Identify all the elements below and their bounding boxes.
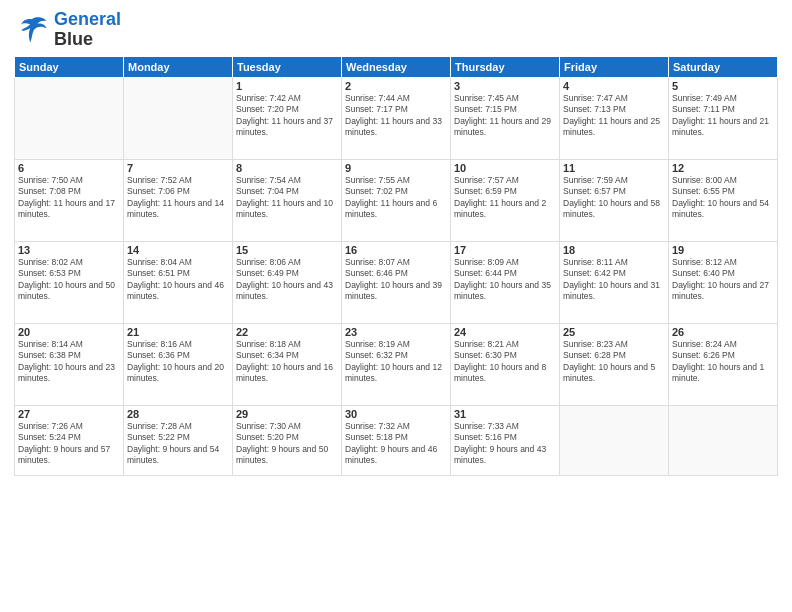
- calendar-cell: 20Sunrise: 8:14 AMSunset: 6:38 PMDayligh…: [15, 323, 124, 405]
- day-number: 30: [345, 408, 447, 420]
- day-info: Sunrise: 7:59 AMSunset: 6:57 PMDaylight:…: [563, 175, 665, 221]
- calendar-cell: 18Sunrise: 8:11 AMSunset: 6:42 PMDayligh…: [560, 241, 669, 323]
- calendar-cell: 16Sunrise: 8:07 AMSunset: 6:46 PMDayligh…: [342, 241, 451, 323]
- day-number: 25: [563, 326, 665, 338]
- day-info: Sunrise: 8:23 AMSunset: 6:28 PMDaylight:…: [563, 339, 665, 385]
- day-info: Sunrise: 7:30 AMSunset: 5:20 PMDaylight:…: [236, 421, 338, 467]
- calendar-cell: 5Sunrise: 7:49 AMSunset: 7:11 PMDaylight…: [669, 77, 778, 159]
- day-number: 27: [18, 408, 120, 420]
- calendar-week-row: 27Sunrise: 7:26 AMSunset: 5:24 PMDayligh…: [15, 405, 778, 475]
- day-info: Sunrise: 7:49 AMSunset: 7:11 PMDaylight:…: [672, 93, 774, 139]
- calendar-week-row: 6Sunrise: 7:50 AMSunset: 7:08 PMDaylight…: [15, 159, 778, 241]
- day-info: Sunrise: 7:57 AMSunset: 6:59 PMDaylight:…: [454, 175, 556, 221]
- day-number: 3: [454, 80, 556, 92]
- calendar-cell: [124, 77, 233, 159]
- calendar-cell: 29Sunrise: 7:30 AMSunset: 5:20 PMDayligh…: [233, 405, 342, 475]
- day-number: 7: [127, 162, 229, 174]
- day-number: 5: [672, 80, 774, 92]
- day-number: 16: [345, 244, 447, 256]
- calendar-cell: [669, 405, 778, 475]
- day-number: 26: [672, 326, 774, 338]
- calendar-week-row: 20Sunrise: 8:14 AMSunset: 6:38 PMDayligh…: [15, 323, 778, 405]
- day-number: 23: [345, 326, 447, 338]
- calendar-cell: 27Sunrise: 7:26 AMSunset: 5:24 PMDayligh…: [15, 405, 124, 475]
- calendar-cell: 15Sunrise: 8:06 AMSunset: 6:49 PMDayligh…: [233, 241, 342, 323]
- day-number: 2: [345, 80, 447, 92]
- day-info: Sunrise: 7:45 AMSunset: 7:15 PMDaylight:…: [454, 93, 556, 139]
- day-info: Sunrise: 8:12 AMSunset: 6:40 PMDaylight:…: [672, 257, 774, 303]
- calendar-cell: 10Sunrise: 7:57 AMSunset: 6:59 PMDayligh…: [451, 159, 560, 241]
- calendar-header-row: SundayMondayTuesdayWednesdayThursdayFrid…: [15, 56, 778, 77]
- day-info: Sunrise: 8:09 AMSunset: 6:44 PMDaylight:…: [454, 257, 556, 303]
- calendar-cell: 30Sunrise: 7:32 AMSunset: 5:18 PMDayligh…: [342, 405, 451, 475]
- day-info: Sunrise: 7:32 AMSunset: 5:18 PMDaylight:…: [345, 421, 447, 467]
- day-number: 18: [563, 244, 665, 256]
- calendar-cell: 2Sunrise: 7:44 AMSunset: 7:17 PMDaylight…: [342, 77, 451, 159]
- day-info: Sunrise: 8:00 AMSunset: 6:55 PMDaylight:…: [672, 175, 774, 221]
- calendar-cell: 12Sunrise: 8:00 AMSunset: 6:55 PMDayligh…: [669, 159, 778, 241]
- day-number: 4: [563, 80, 665, 92]
- calendar-cell: 17Sunrise: 8:09 AMSunset: 6:44 PMDayligh…: [451, 241, 560, 323]
- logo-icon: [14, 12, 50, 48]
- day-number: 8: [236, 162, 338, 174]
- day-number: 12: [672, 162, 774, 174]
- day-number: 28: [127, 408, 229, 420]
- day-info: Sunrise: 8:06 AMSunset: 6:49 PMDaylight:…: [236, 257, 338, 303]
- logo: General Blue: [14, 10, 121, 50]
- day-number: 19: [672, 244, 774, 256]
- day-info: Sunrise: 8:19 AMSunset: 6:32 PMDaylight:…: [345, 339, 447, 385]
- day-number: 14: [127, 244, 229, 256]
- logo-text: General Blue: [54, 10, 121, 50]
- calendar-cell: 25Sunrise: 8:23 AMSunset: 6:28 PMDayligh…: [560, 323, 669, 405]
- calendar-cell: 1Sunrise: 7:42 AMSunset: 7:20 PMDaylight…: [233, 77, 342, 159]
- calendar-cell: 8Sunrise: 7:54 AMSunset: 7:04 PMDaylight…: [233, 159, 342, 241]
- calendar-week-row: 1Sunrise: 7:42 AMSunset: 7:20 PMDaylight…: [15, 77, 778, 159]
- calendar-cell: 22Sunrise: 8:18 AMSunset: 6:34 PMDayligh…: [233, 323, 342, 405]
- day-number: 20: [18, 326, 120, 338]
- day-info: Sunrise: 8:07 AMSunset: 6:46 PMDaylight:…: [345, 257, 447, 303]
- day-info: Sunrise: 8:18 AMSunset: 6:34 PMDaylight:…: [236, 339, 338, 385]
- day-info: Sunrise: 8:24 AMSunset: 6:26 PMDaylight:…: [672, 339, 774, 385]
- day-info: Sunrise: 8:04 AMSunset: 6:51 PMDaylight:…: [127, 257, 229, 303]
- day-number: 13: [18, 244, 120, 256]
- weekday-header: Friday: [560, 56, 669, 77]
- calendar-cell: 14Sunrise: 8:04 AMSunset: 6:51 PMDayligh…: [124, 241, 233, 323]
- day-info: Sunrise: 7:26 AMSunset: 5:24 PMDaylight:…: [18, 421, 120, 467]
- day-number: 24: [454, 326, 556, 338]
- calendar: SundayMondayTuesdayWednesdayThursdayFrid…: [14, 56, 778, 476]
- calendar-cell: 7Sunrise: 7:52 AMSunset: 7:06 PMDaylight…: [124, 159, 233, 241]
- day-number: 21: [127, 326, 229, 338]
- calendar-cell: 24Sunrise: 8:21 AMSunset: 6:30 PMDayligh…: [451, 323, 560, 405]
- day-info: Sunrise: 8:21 AMSunset: 6:30 PMDaylight:…: [454, 339, 556, 385]
- calendar-week-row: 13Sunrise: 8:02 AMSunset: 6:53 PMDayligh…: [15, 241, 778, 323]
- day-number: 6: [18, 162, 120, 174]
- calendar-cell: 28Sunrise: 7:28 AMSunset: 5:22 PMDayligh…: [124, 405, 233, 475]
- day-number: 9: [345, 162, 447, 174]
- day-info: Sunrise: 8:02 AMSunset: 6:53 PMDaylight:…: [18, 257, 120, 303]
- calendar-cell: [15, 77, 124, 159]
- page: General Blue SundayMondayTuesdayWednesda…: [0, 0, 792, 612]
- weekday-header: Wednesday: [342, 56, 451, 77]
- header: General Blue: [14, 10, 778, 50]
- weekday-header: Thursday: [451, 56, 560, 77]
- calendar-cell: 23Sunrise: 8:19 AMSunset: 6:32 PMDayligh…: [342, 323, 451, 405]
- day-number: 17: [454, 244, 556, 256]
- day-number: 22: [236, 326, 338, 338]
- day-number: 11: [563, 162, 665, 174]
- calendar-cell: 9Sunrise: 7:55 AMSunset: 7:02 PMDaylight…: [342, 159, 451, 241]
- day-number: 29: [236, 408, 338, 420]
- calendar-cell: 4Sunrise: 7:47 AMSunset: 7:13 PMDaylight…: [560, 77, 669, 159]
- calendar-cell: 13Sunrise: 8:02 AMSunset: 6:53 PMDayligh…: [15, 241, 124, 323]
- day-info: Sunrise: 8:11 AMSunset: 6:42 PMDaylight:…: [563, 257, 665, 303]
- day-info: Sunrise: 7:50 AMSunset: 7:08 PMDaylight:…: [18, 175, 120, 221]
- day-number: 10: [454, 162, 556, 174]
- weekday-header: Saturday: [669, 56, 778, 77]
- day-info: Sunrise: 7:28 AMSunset: 5:22 PMDaylight:…: [127, 421, 229, 467]
- day-number: 1: [236, 80, 338, 92]
- weekday-header: Monday: [124, 56, 233, 77]
- calendar-cell: 26Sunrise: 8:24 AMSunset: 6:26 PMDayligh…: [669, 323, 778, 405]
- day-info: Sunrise: 8:14 AMSunset: 6:38 PMDaylight:…: [18, 339, 120, 385]
- weekday-header: Tuesday: [233, 56, 342, 77]
- calendar-cell: 31Sunrise: 7:33 AMSunset: 5:16 PMDayligh…: [451, 405, 560, 475]
- calendar-cell: [560, 405, 669, 475]
